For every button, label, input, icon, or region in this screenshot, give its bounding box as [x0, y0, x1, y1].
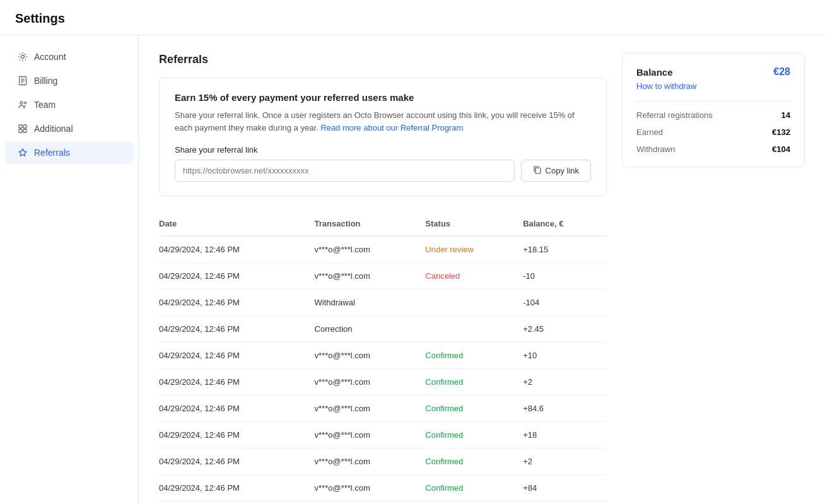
- balance-earned-value: €132: [772, 127, 790, 137]
- table-header-row: Date Transaction Status Balance, €: [159, 214, 607, 237]
- table-row: 04/29/2024, 12:46 PMv***o@***l.comConfir…: [159, 369, 607, 396]
- transactions-table: Date Transaction Status Balance, € 04/29…: [159, 214, 607, 501]
- cell-transaction: v***o@***l.com: [315, 396, 426, 422]
- svg-rect-9: [19, 129, 22, 132]
- cell-status: Confirmed: [425, 448, 523, 475]
- svg-point-6: [25, 102, 26, 104]
- table-container: Date Transaction Status Balance, € 04/29…: [159, 214, 607, 501]
- table-row: 04/29/2024, 12:46 PMv***o@***l.comConfir…: [159, 448, 607, 475]
- star-icon: [18, 148, 28, 158]
- cell-balance: -10: [523, 263, 607, 290]
- svg-rect-11: [535, 168, 541, 173]
- cell-transaction: v***o@***l.com: [315, 448, 426, 475]
- referral-card-title: Earn 15% of every payment your referred …: [175, 92, 591, 103]
- cell-date: 04/29/2024, 12:46 PM: [159, 263, 315, 290]
- cell-balance: +2: [523, 369, 607, 396]
- cell-transaction: v***o@***l.com: [315, 237, 426, 263]
- balance-withdrawn-label: Withdrawn: [636, 144, 675, 154]
- balance-row-registrations: Referral registrations 14: [636, 110, 790, 120]
- cell-status: Under review: [425, 237, 523, 263]
- right-panel: Balance €28 How to withdraw Referral reg…: [622, 53, 805, 486]
- cell-date: 04/29/2024, 12:46 PM: [159, 396, 315, 422]
- receipt-icon: [18, 76, 28, 86]
- sidebar-item-team-label: Team: [34, 100, 56, 110]
- sidebar-item-billing-label: Billing: [34, 76, 57, 86]
- cell-status: Confirmed: [425, 396, 523, 422]
- cell-date: 04/29/2024, 12:46 PM: [159, 422, 315, 448]
- balance-withdrawn-value: €104: [772, 144, 790, 154]
- content-area: Account Billing: [0, 35, 825, 504]
- sidebar-item-additional[interactable]: Additional: [5, 117, 133, 140]
- balance-title: Balance: [636, 67, 673, 78]
- cell-status: Confirmed: [425, 475, 523, 501]
- balance-header: Balance €28: [636, 66, 790, 78]
- sidebar-item-account[interactable]: Account: [5, 45, 133, 68]
- svg-point-0: [21, 56, 25, 59]
- page-title: Settings: [15, 11, 65, 25]
- main-content: Referrals Earn 15% of every payment your…: [139, 35, 825, 504]
- cell-balance: +18: [523, 422, 607, 448]
- cell-balance: +84.6: [523, 396, 607, 422]
- page-wrapper: Settings Account: [0, 0, 825, 504]
- table-row: 04/29/2024, 12:46 PMv***o@***l.comConfir…: [159, 475, 607, 501]
- table-row: 04/29/2024, 12:46 PMv***o@***l.comConfir…: [159, 343, 607, 369]
- table-row: 04/29/2024, 12:46 PMv***o@***l.comConfir…: [159, 396, 607, 422]
- cell-status: [425, 290, 523, 316]
- svg-point-5: [20, 102, 23, 104]
- referral-card-desc: Share your referral link. Once a user re…: [175, 109, 591, 134]
- cell-status: Confirmed: [425, 422, 523, 448]
- cell-balance: +10: [523, 343, 607, 369]
- cell-balance: +2: [523, 448, 607, 475]
- svg-rect-8: [23, 125, 26, 128]
- table-head: Date Transaction Status Balance, €: [159, 214, 607, 237]
- share-label: Share your referral link: [175, 145, 591, 155]
- cell-date: 04/29/2024, 12:46 PM: [159, 237, 315, 263]
- cell-date: 04/29/2024, 12:46 PM: [159, 475, 315, 501]
- cell-status: [425, 316, 523, 343]
- copy-icon: [533, 165, 542, 176]
- cell-date: 04/29/2024, 12:46 PM: [159, 343, 315, 369]
- withdraw-link[interactable]: How to withdraw: [636, 81, 790, 91]
- referral-link-input[interactable]: [175, 160, 515, 182]
- balance-card: Balance €28 How to withdraw Referral reg…: [622, 53, 805, 167]
- col-transaction: Transaction: [315, 214, 426, 237]
- people-icon: [18, 100, 28, 110]
- grid-icon: [18, 124, 28, 134]
- cell-transaction: v***o@***l.com: [315, 422, 426, 448]
- balance-amount: €28: [773, 66, 790, 78]
- balance-row-earned: Earned €132: [636, 127, 790, 137]
- table-row: 04/29/2024, 12:46 PMv***o@***l.comCancel…: [159, 263, 607, 290]
- table-body: 04/29/2024, 12:46 PMv***o@***l.comUnder …: [159, 237, 607, 501]
- cell-transaction: Withdrawal: [315, 290, 426, 316]
- cell-status: Canceled: [425, 263, 523, 290]
- balance-divider: [636, 101, 790, 102]
- cell-date: 04/29/2024, 12:46 PM: [159, 316, 315, 343]
- sidebar-item-referrals-label: Referrals: [34, 148, 70, 158]
- col-balance: Balance, €: [523, 214, 607, 237]
- balance-earned-label: Earned: [636, 127, 663, 137]
- balance-registrations-value: 14: [781, 110, 790, 120]
- sidebar-item-additional-label: Additional: [34, 124, 73, 134]
- balance-registrations-label: Referral registrations: [636, 110, 713, 120]
- svg-rect-10: [23, 129, 26, 132]
- referral-card: Earn 15% of every payment your referred …: [159, 78, 607, 196]
- cell-balance: +2.45: [523, 316, 607, 343]
- sidebar-item-team[interactable]: Team: [5, 93, 133, 116]
- gear-icon: [18, 52, 28, 62]
- sidebar-item-referrals[interactable]: Referrals: [5, 141, 133, 164]
- sidebar-item-billing[interactable]: Billing: [5, 69, 133, 92]
- cell-transaction: v***o@***l.com: [315, 263, 426, 290]
- copy-link-button[interactable]: Copy link: [521, 160, 591, 182]
- cell-status: Confirmed: [425, 369, 523, 396]
- sidebar-item-account-label: Account: [34, 52, 66, 62]
- copy-link-label: Copy link: [546, 166, 579, 175]
- table-row: 04/29/2024, 12:46 PMWithdrawal-104: [159, 290, 607, 316]
- cell-balance: -104: [523, 290, 607, 316]
- cell-date: 04/29/2024, 12:46 PM: [159, 369, 315, 396]
- cell-balance: +84: [523, 475, 607, 501]
- cell-transaction: v***o@***l.com: [315, 369, 426, 396]
- referral-program-link[interactable]: Read more about our Referral Program: [320, 123, 463, 132]
- table-row: 04/29/2024, 12:46 PMv***o@***l.comConfir…: [159, 422, 607, 448]
- table-row: 04/29/2024, 12:46 PMCorrection+2.45: [159, 316, 607, 343]
- cell-transaction: v***o@***l.com: [315, 343, 426, 369]
